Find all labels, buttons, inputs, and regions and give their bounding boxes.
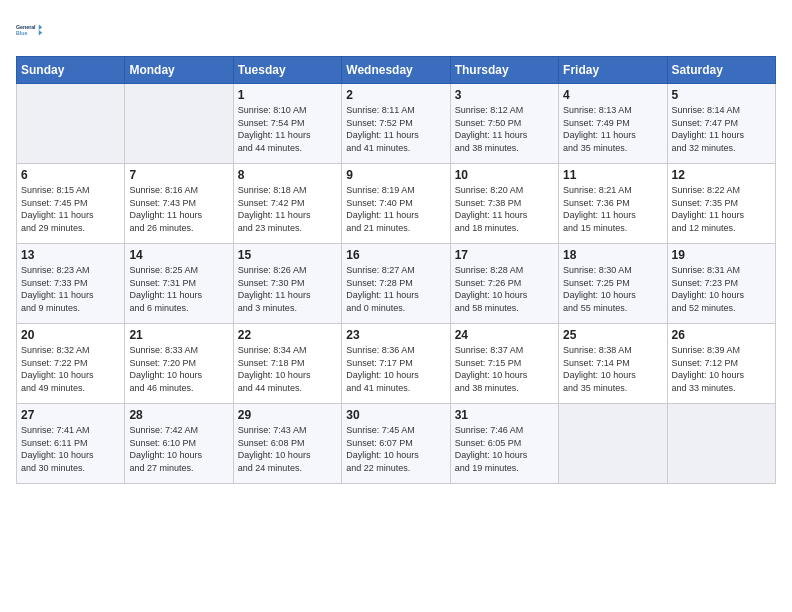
- weekday-header: Thursday: [450, 57, 558, 84]
- day-detail: Sunrise: 8:31 AM Sunset: 7:23 PM Dayligh…: [672, 264, 771, 314]
- calendar-cell: 12Sunrise: 8:22 AM Sunset: 7:35 PM Dayli…: [667, 164, 775, 244]
- day-detail: Sunrise: 8:13 AM Sunset: 7:49 PM Dayligh…: [563, 104, 662, 154]
- day-number: 7: [129, 168, 228, 182]
- day-detail: Sunrise: 8:26 AM Sunset: 7:30 PM Dayligh…: [238, 264, 337, 314]
- day-detail: Sunrise: 8:38 AM Sunset: 7:14 PM Dayligh…: [563, 344, 662, 394]
- day-detail: Sunrise: 8:11 AM Sunset: 7:52 PM Dayligh…: [346, 104, 445, 154]
- calendar-table: SundayMondayTuesdayWednesdayThursdayFrid…: [16, 56, 776, 484]
- day-number: 18: [563, 248, 662, 262]
- calendar-cell: 25Sunrise: 8:38 AM Sunset: 7:14 PM Dayli…: [559, 324, 667, 404]
- day-number: 13: [21, 248, 120, 262]
- svg-text:Blue: Blue: [16, 30, 27, 36]
- day-detail: Sunrise: 8:34 AM Sunset: 7:18 PM Dayligh…: [238, 344, 337, 394]
- calendar-cell: 20Sunrise: 8:32 AM Sunset: 7:22 PM Dayli…: [17, 324, 125, 404]
- day-number: 30: [346, 408, 445, 422]
- calendar-cell: 30Sunrise: 7:45 AM Sunset: 6:07 PM Dayli…: [342, 404, 450, 484]
- svg-text:General: General: [16, 24, 36, 30]
- day-number: 5: [672, 88, 771, 102]
- day-number: 23: [346, 328, 445, 342]
- day-detail: Sunrise: 8:12 AM Sunset: 7:50 PM Dayligh…: [455, 104, 554, 154]
- calendar-cell: 2Sunrise: 8:11 AM Sunset: 7:52 PM Daylig…: [342, 84, 450, 164]
- calendar-cell: 4Sunrise: 8:13 AM Sunset: 7:49 PM Daylig…: [559, 84, 667, 164]
- day-number: 6: [21, 168, 120, 182]
- day-detail: Sunrise: 8:10 AM Sunset: 7:54 PM Dayligh…: [238, 104, 337, 154]
- page-header: GeneralBlue: [16, 16, 776, 44]
- day-detail: Sunrise: 8:36 AM Sunset: 7:17 PM Dayligh…: [346, 344, 445, 394]
- calendar-cell: [667, 404, 775, 484]
- day-detail: Sunrise: 8:20 AM Sunset: 7:38 PM Dayligh…: [455, 184, 554, 234]
- calendar-cell: 9Sunrise: 8:19 AM Sunset: 7:40 PM Daylig…: [342, 164, 450, 244]
- day-detail: Sunrise: 8:23 AM Sunset: 7:33 PM Dayligh…: [21, 264, 120, 314]
- day-detail: Sunrise: 8:22 AM Sunset: 7:35 PM Dayligh…: [672, 184, 771, 234]
- calendar-cell: [559, 404, 667, 484]
- day-number: 2: [346, 88, 445, 102]
- day-detail: Sunrise: 8:18 AM Sunset: 7:42 PM Dayligh…: [238, 184, 337, 234]
- day-detail: Sunrise: 7:45 AM Sunset: 6:07 PM Dayligh…: [346, 424, 445, 474]
- calendar-cell: 13Sunrise: 8:23 AM Sunset: 7:33 PM Dayli…: [17, 244, 125, 324]
- day-number: 24: [455, 328, 554, 342]
- calendar-week-row: 13Sunrise: 8:23 AM Sunset: 7:33 PM Dayli…: [17, 244, 776, 324]
- day-detail: Sunrise: 8:19 AM Sunset: 7:40 PM Dayligh…: [346, 184, 445, 234]
- logo-icon: GeneralBlue: [16, 16, 44, 44]
- day-detail: Sunrise: 7:42 AM Sunset: 6:10 PM Dayligh…: [129, 424, 228, 474]
- day-number: 1: [238, 88, 337, 102]
- day-number: 25: [563, 328, 662, 342]
- day-detail: Sunrise: 8:30 AM Sunset: 7:25 PM Dayligh…: [563, 264, 662, 314]
- calendar-cell: 24Sunrise: 8:37 AM Sunset: 7:15 PM Dayli…: [450, 324, 558, 404]
- calendar-cell: 28Sunrise: 7:42 AM Sunset: 6:10 PM Dayli…: [125, 404, 233, 484]
- day-number: 26: [672, 328, 771, 342]
- calendar-cell: 5Sunrise: 8:14 AM Sunset: 7:47 PM Daylig…: [667, 84, 775, 164]
- day-number: 22: [238, 328, 337, 342]
- day-number: 21: [129, 328, 228, 342]
- weekday-header: Saturday: [667, 57, 775, 84]
- weekday-header: Friday: [559, 57, 667, 84]
- calendar-cell: 16Sunrise: 8:27 AM Sunset: 7:28 PM Dayli…: [342, 244, 450, 324]
- calendar-cell: 1Sunrise: 8:10 AM Sunset: 7:54 PM Daylig…: [233, 84, 341, 164]
- calendar-cell: 22Sunrise: 8:34 AM Sunset: 7:18 PM Dayli…: [233, 324, 341, 404]
- day-detail: Sunrise: 8:39 AM Sunset: 7:12 PM Dayligh…: [672, 344, 771, 394]
- day-number: 11: [563, 168, 662, 182]
- day-number: 9: [346, 168, 445, 182]
- day-detail: Sunrise: 7:41 AM Sunset: 6:11 PM Dayligh…: [21, 424, 120, 474]
- calendar-cell: 23Sunrise: 8:36 AM Sunset: 7:17 PM Dayli…: [342, 324, 450, 404]
- calendar-cell: 11Sunrise: 8:21 AM Sunset: 7:36 PM Dayli…: [559, 164, 667, 244]
- day-number: 10: [455, 168, 554, 182]
- calendar-week-row: 1Sunrise: 8:10 AM Sunset: 7:54 PM Daylig…: [17, 84, 776, 164]
- calendar-week-row: 27Sunrise: 7:41 AM Sunset: 6:11 PM Dayli…: [17, 404, 776, 484]
- calendar-body: 1Sunrise: 8:10 AM Sunset: 7:54 PM Daylig…: [17, 84, 776, 484]
- day-detail: Sunrise: 7:43 AM Sunset: 6:08 PM Dayligh…: [238, 424, 337, 474]
- calendar-cell: 26Sunrise: 8:39 AM Sunset: 7:12 PM Dayli…: [667, 324, 775, 404]
- day-detail: Sunrise: 8:33 AM Sunset: 7:20 PM Dayligh…: [129, 344, 228, 394]
- calendar-cell: 17Sunrise: 8:28 AM Sunset: 7:26 PM Dayli…: [450, 244, 558, 324]
- calendar-cell: 31Sunrise: 7:46 AM Sunset: 6:05 PM Dayli…: [450, 404, 558, 484]
- day-number: 31: [455, 408, 554, 422]
- day-number: 19: [672, 248, 771, 262]
- weekday-header: Monday: [125, 57, 233, 84]
- calendar-cell: [17, 84, 125, 164]
- day-number: 16: [346, 248, 445, 262]
- calendar-cell: 19Sunrise: 8:31 AM Sunset: 7:23 PM Dayli…: [667, 244, 775, 324]
- day-number: 28: [129, 408, 228, 422]
- calendar-cell: 3Sunrise: 8:12 AM Sunset: 7:50 PM Daylig…: [450, 84, 558, 164]
- day-number: 8: [238, 168, 337, 182]
- weekday-header: Sunday: [17, 57, 125, 84]
- day-number: 20: [21, 328, 120, 342]
- day-number: 12: [672, 168, 771, 182]
- day-number: 27: [21, 408, 120, 422]
- calendar-cell: 18Sunrise: 8:30 AM Sunset: 7:25 PM Dayli…: [559, 244, 667, 324]
- day-number: 29: [238, 408, 337, 422]
- day-number: 14: [129, 248, 228, 262]
- day-detail: Sunrise: 8:28 AM Sunset: 7:26 PM Dayligh…: [455, 264, 554, 314]
- logo: GeneralBlue: [16, 16, 44, 44]
- calendar-cell: 14Sunrise: 8:25 AM Sunset: 7:31 PM Dayli…: [125, 244, 233, 324]
- day-detail: Sunrise: 8:32 AM Sunset: 7:22 PM Dayligh…: [21, 344, 120, 394]
- day-number: 3: [455, 88, 554, 102]
- svg-marker-2: [39, 24, 43, 35]
- day-detail: Sunrise: 8:37 AM Sunset: 7:15 PM Dayligh…: [455, 344, 554, 394]
- calendar-cell: 7Sunrise: 8:16 AM Sunset: 7:43 PM Daylig…: [125, 164, 233, 244]
- calendar-cell: 6Sunrise: 8:15 AM Sunset: 7:45 PM Daylig…: [17, 164, 125, 244]
- calendar-cell: 21Sunrise: 8:33 AM Sunset: 7:20 PM Dayli…: [125, 324, 233, 404]
- day-detail: Sunrise: 7:46 AM Sunset: 6:05 PM Dayligh…: [455, 424, 554, 474]
- day-number: 15: [238, 248, 337, 262]
- day-number: 4: [563, 88, 662, 102]
